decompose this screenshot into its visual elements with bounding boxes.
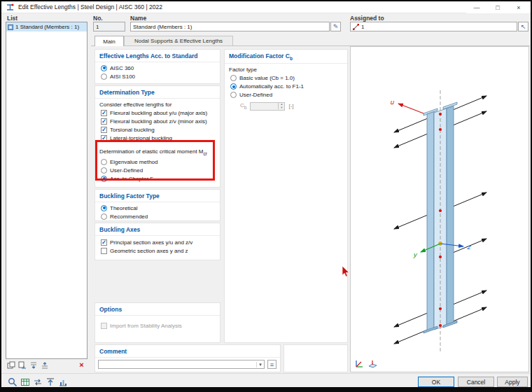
checkbox-label: Geometric section axes y and z <box>110 248 188 254</box>
radio-icon[interactable] <box>101 176 107 182</box>
cb-section-title: Modification Factor Cb <box>225 50 347 64</box>
cancel-label: Cancel <box>467 379 485 386</box>
list-item-label: 1 Standard (Members : 1) <box>15 24 79 30</box>
radio-icon[interactable] <box>101 65 107 71</box>
radio-icon[interactable] <box>101 167 107 174</box>
apply-button[interactable]: Apply <box>497 377 528 387</box>
transfer-button[interactable] <box>32 377 43 387</box>
rename-button[interactable]: ✎ <box>330 22 341 31</box>
radio-icon[interactable] <box>230 83 237 90</box>
member-icon <box>353 24 359 30</box>
spin-down-icon[interactable]: ▾ <box>279 106 284 110</box>
checkbox-label: Flexural buckling about y/u (major axis) <box>110 110 207 116</box>
radio-label: Eigenvalue method <box>110 159 158 165</box>
cb-unit: [-] <box>288 103 293 109</box>
axes-display-icon[interactable] <box>354 359 364 370</box>
tab-main[interactable]: Main <box>94 36 124 46</box>
tab-nodal-supports[interactable]: Nodal Supports & Effective Lengths <box>124 36 233 46</box>
checkbox-torsional[interactable]: ✓ Torsional buckling <box>95 125 220 134</box>
list-toolbar <box>7 361 49 371</box>
spinner[interactable]: ▴▾ <box>278 103 284 109</box>
maximize-button[interactable]: □ <box>487 1 508 13</box>
table-view-button[interactable] <box>20 377 31 387</box>
empty-panel <box>284 344 348 372</box>
model-viewport-canvas[interactable]: y z u <box>351 47 528 372</box>
zoom-button[interactable] <box>7 377 18 387</box>
apply-to-all-button[interactable] <box>45 377 56 387</box>
close-button[interactable]: × <box>508 1 529 13</box>
mcr-label-text: Determination of elastic critical moment… <box>99 148 207 156</box>
ok-button[interactable]: OK <box>418 377 454 387</box>
viewport-toolbar <box>354 359 377 370</box>
list-item-icon <box>8 24 13 30</box>
cb-title-text: Modification Factor C <box>229 52 290 59</box>
radio-mcr-user-defined[interactable]: User-Defined <box>95 166 220 174</box>
checkbox-icon[interactable]: ✓ <box>101 110 107 116</box>
checkbox-icon[interactable]: ✓ <box>101 135 107 141</box>
tab-main-label: Main <box>103 38 115 45</box>
pick-in-model-button[interactable]: ↖ <box>518 22 528 31</box>
section-modification-factor: Modification Factor Cb Factor type Basic… <box>224 49 348 343</box>
radio-label: Basic value (Cb = 1.0) <box>239 75 295 81</box>
checkbox-import-stability[interactable]: Import from Stability Analysis <box>95 321 220 330</box>
checkbox-label: Import from Stability Analysis <box>110 323 182 329</box>
radio-basic-value[interactable]: Basic value (Cb = 1.0) <box>225 74 347 83</box>
radio-icon[interactable] <box>230 75 237 81</box>
checkbox-icon[interactable]: ✓ <box>101 239 107 246</box>
comment-list-button[interactable]: ≡ <box>267 360 276 369</box>
model-viewport[interactable]: y z u <box>350 46 529 372</box>
radio-label: Automatically acc. to F1-1 <box>239 83 304 90</box>
checkbox-label: Flexural buckling about z/v (minor axis) <box>110 118 207 125</box>
comment-combobox[interactable]: ▾ <box>98 360 265 369</box>
checkbox-lateral-torsional[interactable]: ✓ Lateral-torsional buckling <box>95 134 220 142</box>
axis-z-label: z <box>467 244 471 251</box>
radio-icon[interactable] <box>101 214 107 220</box>
radio-icon[interactable] <box>101 159 107 165</box>
titlebar[interactable]: Edit Effective Lengths | Steel Design | … <box>1 1 531 13</box>
app-icon <box>6 4 14 11</box>
list-label: List <box>7 15 18 22</box>
radio-aisi-s100[interactable]: AISI S100 <box>95 72 220 80</box>
checkbox-principal-axes[interactable]: ✓ Principal section axes y/u and z/v <box>95 238 220 246</box>
radio-theoretical[interactable]: Theoretical <box>95 204 220 212</box>
cb-input[interactable]: ▴▾ <box>250 102 285 111</box>
list-box[interactable]: 1 Standard (Members : 1) <box>6 22 88 359</box>
delete-item-button[interactable]: × <box>77 360 86 369</box>
minimize-button[interactable]: — <box>466 1 487 13</box>
radio-recommended[interactable]: Recommended <box>95 212 220 220</box>
new-item-icon[interactable] <box>7 361 15 371</box>
dropdown-arrow-icon[interactable]: ▾ <box>256 362 264 368</box>
section-options: Options Import from Stability Analysis <box>94 302 220 343</box>
assigned-field[interactable]: 1 <box>350 22 517 31</box>
no-field[interactable]: 1 <box>93 22 125 31</box>
checkbox-icon[interactable]: ✓ <box>101 118 107 125</box>
checkbox-geometric-axes[interactable]: Geometric section axes y and z <box>95 246 220 255</box>
radio-acc-chapter-f[interactable]: Acc. to Chapter F <box>95 174 220 183</box>
import-icon[interactable] <box>29 361 38 371</box>
radio-label: Recommended <box>110 214 148 220</box>
radio-automatically-f1-1[interactable]: Automatically acc. to F1-1 <box>225 83 347 91</box>
export-icon[interactable] <box>41 361 49 371</box>
cancel-button[interactable]: Cancel <box>458 377 494 387</box>
mcr-determination-label: Determination of elastic critical moment… <box>95 148 220 156</box>
radio-icon[interactable] <box>230 92 237 98</box>
consider-effective-lengths-label: Consider effective lengths for <box>95 100 220 108</box>
list-item[interactable]: 1 Standard (Members : 1) <box>6 22 87 31</box>
checkbox-flexural-zv[interactable]: ✓ Flexural buckling about z/v (minor axi… <box>95 117 220 125</box>
checkbox-icon[interactable] <box>101 248 107 254</box>
section-standard: Effective Lengths Acc. to Standard AISC … <box>94 49 220 84</box>
radio-icon[interactable] <box>101 74 107 80</box>
radio-eigenvalue-method[interactable]: Eigenvalue method <box>95 158 220 166</box>
footer-separator <box>1 373 531 374</box>
checkbox-flexural-yu[interactable]: ✓ Flexural buckling about y/u (major axi… <box>95 108 220 117</box>
radio-aisc-360[interactable]: AISC 360 <box>95 64 220 72</box>
radio-cb-user-defined[interactable]: User-Defined <box>225 91 347 99</box>
checkbox-icon[interactable] <box>101 323 107 329</box>
result-diagram-button[interactable] <box>57 377 69 387</box>
name-field[interactable]: Standard (Members : 1) <box>130 22 330 31</box>
cb-title-sub: b <box>290 56 293 61</box>
work-plane-icon[interactable] <box>368 359 377 370</box>
copy-item-icon[interactable] <box>18 361 27 371</box>
radio-icon[interactable] <box>101 205 107 211</box>
checkbox-icon[interactable]: ✓ <box>101 127 107 133</box>
